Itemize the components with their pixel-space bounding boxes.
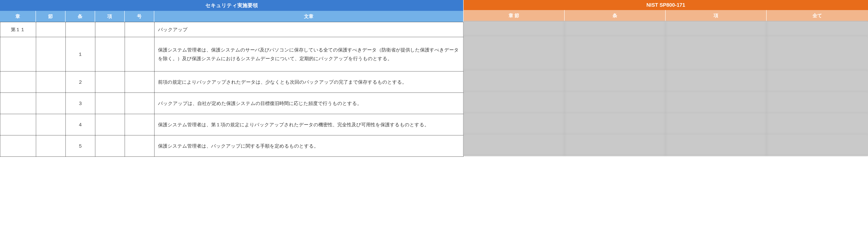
table-row: ４ 保護システム管理者は、第１項の規定によりバックアップされたデータの機密性、完… [0, 114, 464, 136]
cell-bun: バックアップ [154, 22, 464, 37]
left-table: 第１１ バックアップ １ 保護システム管理者は、保護システムのサーバ及びパソコン… [0, 22, 464, 157]
right-header-paragraph: 項 [665, 10, 767, 21]
table-row: 第１１ バックアップ [0, 22, 464, 37]
cell-setsu [36, 93, 66, 114]
cell [565, 135, 665, 156]
right-header-article: 条 [565, 10, 665, 21]
right-header-chapter-section: 章 節 [464, 10, 565, 21]
cell-jo: １ [66, 37, 95, 71]
cell [565, 36, 665, 70]
right-panel: NIST SP800-171 章 節 条 項 全て [464, 0, 868, 157]
cell-jo: ３ [66, 93, 95, 114]
cell [767, 92, 868, 113]
cell-setsu [36, 71, 66, 93]
cell-setsu [36, 114, 66, 135]
cell-jo: ５ [66, 136, 95, 156]
cell-jo: ４ [66, 114, 95, 135]
cell [464, 36, 565, 70]
cell-kou [95, 37, 125, 71]
cell [464, 135, 565, 156]
right-title: NIST SP800-171 [464, 0, 868, 10]
left-header-setsu: 節 [36, 11, 65, 22]
table-row [464, 135, 868, 156]
cell [665, 36, 767, 70]
cell-setsu [36, 22, 66, 37]
cell [767, 113, 868, 135]
cell [565, 92, 665, 113]
cell [665, 113, 767, 135]
cell-kou [95, 71, 125, 93]
right-header: 章 節 条 項 全て [464, 10, 868, 21]
cell [767, 36, 868, 70]
cell-sho [0, 114, 36, 135]
left-header-gou: 号 [125, 11, 154, 22]
cell-jo: ２ [66, 71, 95, 93]
table-row: ５ 保護システム管理者は、バックアップに関する手順を定めるものとする。 [0, 136, 464, 157]
cell [665, 92, 767, 113]
cell-bun: バックアップは、自社が定めた保護システムの目標復旧時間に応じた頻度で行うものとす… [154, 93, 464, 114]
cell-gou [125, 136, 154, 156]
table-row: １ 保護システム管理者は、保護システムのサーバ及びパソコンに保存している全ての保… [0, 37, 464, 71]
cell [565, 113, 665, 135]
cell-kou [95, 114, 125, 135]
cell-sho [0, 37, 36, 71]
cell-jo [66, 22, 95, 37]
left-header: 章 節 条 項 号 文章 [0, 11, 464, 22]
left-header-bun: 文章 [154, 11, 464, 22]
cell [464, 113, 565, 135]
cell [665, 21, 767, 36]
table-row [464, 92, 868, 113]
left-header-jo: 条 [65, 11, 95, 22]
left-title: セキュリティ実施要領 [0, 0, 464, 11]
cell [665, 135, 767, 156]
cell-sho [0, 136, 36, 156]
cell [565, 21, 665, 36]
cell-setsu [36, 37, 66, 71]
cell-kou [95, 22, 125, 37]
cell [767, 135, 868, 156]
cell-gou [125, 114, 154, 135]
cell [464, 71, 565, 92]
left-panel: セキュリティ実施要領 章 節 条 項 号 文章 第１１ バックアップ １ [0, 0, 464, 157]
cell [464, 92, 565, 113]
table-row [464, 113, 868, 135]
left-header-sho: 章 [0, 11, 36, 22]
cell-bun: 保護システム管理者は、第１項の規定によりバックアップされたデータの機密性、完全性… [154, 114, 464, 135]
cell-kou [95, 93, 125, 114]
cell-bun: 前項の規定によりバックアップされたデータは、少なくとも次回のバックアップの完了ま… [154, 71, 464, 93]
cell-gou [125, 93, 154, 114]
cell-gou [125, 37, 154, 71]
table-row: ２ 前項の規定によりバックアップされたデータは、少なくとも次回のバックアップの完… [0, 71, 464, 93]
table-row: ３ バックアップは、自社が定めた保護システムの目標復旧時間に応じた頻度で行うもの… [0, 93, 464, 114]
cell-sho: 第１１ [0, 22, 36, 37]
table-row [464, 71, 868, 92]
cell-bun: 保護システム管理者は、保護システムのサーバ及びパソコンに保存している全ての保護す… [154, 37, 464, 71]
cell-setsu [36, 136, 66, 156]
table-row [464, 21, 868, 36]
cell-gou [125, 71, 154, 93]
table-row [464, 36, 868, 71]
right-header-all: 全て [767, 10, 868, 21]
cell-sho [0, 93, 36, 114]
left-header-kou: 項 [95, 11, 125, 22]
cell [665, 71, 767, 92]
cell-kou [95, 136, 125, 156]
cell [464, 21, 565, 36]
cell [767, 21, 868, 36]
right-table [464, 21, 868, 156]
cell [767, 71, 868, 92]
cell-sho [0, 71, 36, 93]
cell-gou [125, 22, 154, 37]
cell [565, 71, 665, 92]
cell-bun: 保護システム管理者は、バックアップに関する手順を定めるものとする。 [154, 136, 464, 156]
